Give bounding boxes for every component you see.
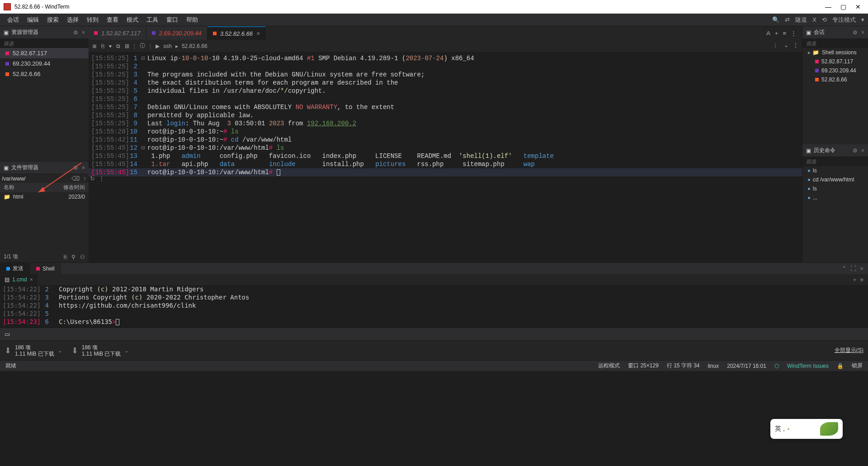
window-titlebar: 52.82.6.66 - WindTerm — ▢ ✕ [0,0,868,14]
play-icon[interactable]: ▶ [156,43,160,49]
chevron-up-icon[interactable]: ⌃ [842,265,847,272]
session-tab[interactable]: 1.52.82.67.117 [89,26,146,40]
up-icon[interactable]: ↑ [83,175,86,182]
close-panel-icon[interactable]: × [82,165,85,171]
font-icon[interactable]: A [766,30,770,37]
more-icon[interactable]: ⋮ [793,42,798,50]
menu-查看[interactable]: 查看 [103,15,122,25]
sessions-title: 会话 [814,29,853,36]
status-date: 2024/7/17 16:01 [727,363,766,369]
close-icon[interactable]: × [860,265,863,272]
ime-badge[interactable]: 英 , • [770,419,843,439]
session-item[interactable]: 52.82.67.117 [802,57,868,66]
menu-会话[interactable]: 会话 [4,15,23,25]
proto-label: ssh [163,43,172,49]
session-root[interactable]: ▸📁Shell sessions [802,48,868,57]
add-icon[interactable]: + [853,276,857,283]
tab-send[interactable]: 发送 [0,263,30,274]
download-item[interactable]: ⬇186 项1.11 MiB 已下载⌄ [71,344,129,357]
info-icon[interactable]: ⓘ [140,42,145,50]
issues-link[interactable]: WindTerm Issues [787,363,829,369]
history-filter[interactable] [802,157,868,166]
history-item[interactable]: cd /var/www/html [802,175,868,184]
tab-shell[interactable]: Shell [30,263,61,274]
resource-item[interactable]: 52.82.67.117 [0,48,89,58]
menu-搜索[interactable]: 搜索 [43,15,62,25]
show-all-link[interactable]: 全部显示(S) [835,347,863,354]
list-icon[interactable]: ≡ [860,276,863,283]
settings-icon[interactable]: ⚙ [853,147,858,154]
tab-more-icon[interactable]: ⋮ [791,30,797,37]
tab-menu-icon[interactable]: ≡ [783,30,786,37]
back-icon[interactable]: ⌫ [71,175,80,182]
tunnel-label[interactable]: 隧道 [795,16,807,24]
close-icon[interactable]: × [861,147,864,154]
close-panel-icon[interactable]: × [82,29,85,36]
folder-icon: ▣ [4,165,9,171]
dropdown-icon[interactable]: ▾ [861,16,864,23]
x-icon[interactable]: X [812,16,816,23]
add-tab-icon[interactable]: + [775,30,778,37]
collapse-icon[interactable]: ⌄ [784,42,788,50]
goto-icon[interactable]: ⎘ [64,254,67,260]
settings-icon[interactable]: ⚙ [853,29,858,36]
settings-icon[interactable]: ⚙ [73,29,78,36]
session-item[interactable]: 69.230.209.44 [802,66,868,75]
focus-label[interactable]: 专注模式 [832,16,856,24]
tunnel-icon[interactable]: ⇄ [785,16,790,23]
history-item[interactable]: ls [802,166,868,175]
history-title: 历史命令 [814,147,853,154]
menu-工具[interactable]: 工具 [143,15,162,25]
more-icon[interactable]: ⋮ [99,175,104,182]
menu-编辑[interactable]: 编辑 [24,15,42,25]
session-item[interactable]: 52.82.6.66 [802,75,868,84]
session-tab[interactable]: 2.69.230.209.44 [146,26,208,40]
clipboard-icon[interactable]: ▭ [5,331,10,338]
file-item[interactable]: 📁html2023/0 [0,192,89,201]
path-input[interactable] [2,176,70,182]
menu-选择[interactable]: 选择 [63,15,82,25]
menu-转到[interactable]: 转到 [83,15,102,25]
lock-icon[interactable]: 🔒 [837,363,844,369]
copy-icon[interactable]: ⎘ [101,43,104,49]
shell-terminal[interactable]: [15:54:22]2Copyright (c) 2012-2018 Marti… [0,285,868,328]
main-terminal[interactable]: [15:55:25]1⊟Linux ip-10-0-10-10 4.19.0-2… [89,52,802,262]
menu-窗口[interactable]: 窗口 [163,15,182,25]
status-lock[interactable]: 锁屏 [852,362,863,370]
pin-icon[interactable]: ⚲ [71,254,75,260]
search-icon[interactable]: 🔍 [772,16,779,23]
user-icon[interactable]: ⚇ [80,254,85,260]
col-name[interactable]: 名称 [4,184,63,191]
history-item[interactable]: ... [802,193,868,202]
new-icon[interactable]: ⊞ [125,43,129,49]
refresh-icon[interactable]: ↻ [90,175,95,182]
sessions-filter[interactable] [802,39,868,48]
file-manager-panel: ▣ 文件管理器 ⚙ × ⌫ ↑ ↻ ⋮ [0,161,89,262]
settings-icon[interactable]: ⚙ [73,165,78,171]
breadcrumb-bar: ≣ ⎘ ▾ ⧉ ⊞ | ⓘ | ▶ ssh ▸ 52.82.6.66 〉 ⌄ ⋮ [89,40,802,52]
col-date[interactable]: 修改时间 [63,184,85,191]
menu-帮助[interactable]: 帮助 [183,15,202,25]
resource-item[interactable]: 52.82.6.66 [0,69,89,79]
maximize-button[interactable]: ▢ [840,3,846,10]
close-icon[interactable]: × [30,276,33,283]
close-button[interactable]: ✕ [855,3,861,10]
bottom-tabs: 发送 Shell ⌃ ⛶ × [0,262,868,274]
clone-icon[interactable]: ⧉ [116,43,120,49]
download-item[interactable]: ⬇186 项1.11 MiB 已下载⌄ [5,344,62,357]
shell-file-tab[interactable]: ▤ 1.cmd × [0,274,38,285]
window-title: 52.82.6.66 - WindTerm [14,4,825,10]
expand-icon[interactable]: ⛶ [850,265,856,272]
next-icon[interactable]: 〉 [774,42,779,50]
history-item[interactable]: ls [802,184,868,193]
session-tab[interactable]: 3.52.82.6.66× [208,26,266,40]
explorer-filter[interactable] [0,39,89,48]
resource-item[interactable]: 69.230.209.44 [0,58,89,69]
focus-icon[interactable]: ⟲ [822,16,827,23]
list-icon[interactable]: ≣ [92,43,97,49]
menu-模式[interactable]: 模式 [123,15,142,25]
minimize-button[interactable]: — [825,3,831,10]
dropdown-icon[interactable]: ▾ [109,43,112,49]
bug-icon[interactable]: ⬡ [774,363,779,369]
close-icon[interactable]: × [861,29,864,36]
